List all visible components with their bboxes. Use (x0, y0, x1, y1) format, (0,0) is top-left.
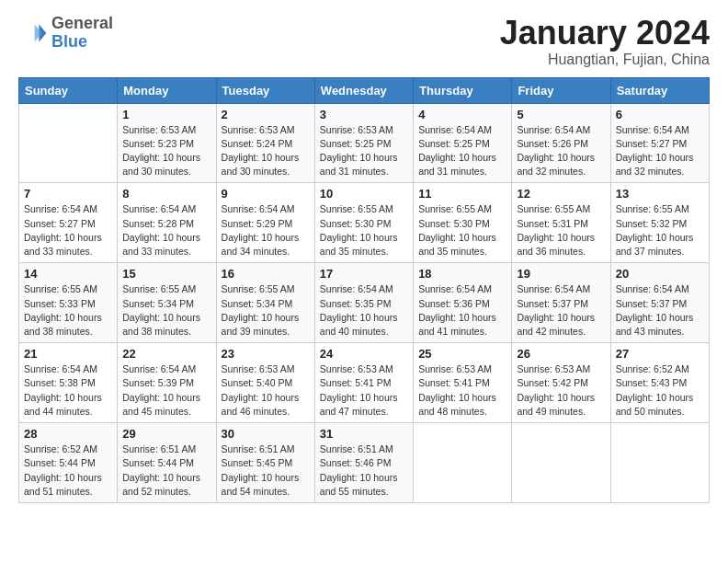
day-number: 14 (24, 267, 112, 281)
calendar-cell: 20Sunrise: 6:54 AM Sunset: 5:37 PM Dayli… (610, 263, 709, 343)
calendar-cell: 29Sunrise: 6:51 AM Sunset: 5:44 PM Dayli… (118, 423, 216, 503)
day-number: 7 (24, 187, 112, 201)
day-info: Sunrise: 6:54 AM Sunset: 5:26 PM Dayligh… (517, 123, 605, 179)
calendar-week-3: 14Sunrise: 6:55 AM Sunset: 5:33 PM Dayli… (19, 263, 710, 343)
calendar-cell: 31Sunrise: 6:51 AM Sunset: 5:46 PM Dayli… (314, 423, 413, 503)
day-number: 22 (122, 347, 210, 361)
calendar-cell: 26Sunrise: 6:53 AM Sunset: 5:42 PM Dayli… (512, 343, 610, 423)
calendar-cell: 11Sunrise: 6:55 AM Sunset: 5:30 PM Dayli… (414, 183, 512, 263)
calendar-week-5: 28Sunrise: 6:52 AM Sunset: 5:44 PM Dayli… (19, 423, 710, 503)
calendar-cell (414, 423, 512, 503)
header-row: Sunday Monday Tuesday Wednesday Thursday… (19, 77, 710, 103)
calendar-week-1: 1Sunrise: 6:53 AM Sunset: 5:23 PM Daylig… (19, 103, 710, 183)
col-sunday: Sunday (19, 77, 118, 103)
calendar-cell: 1Sunrise: 6:53 AM Sunset: 5:23 PM Daylig… (118, 103, 216, 183)
col-tuesday: Tuesday (216, 77, 314, 103)
day-number: 8 (122, 187, 210, 201)
calendar-cell (610, 423, 709, 503)
calendar-cell: 8Sunrise: 6:54 AM Sunset: 5:28 PM Daylig… (118, 183, 216, 263)
day-number: 5 (517, 108, 605, 121)
day-info: Sunrise: 6:54 AM Sunset: 5:36 PM Dayligh… (418, 282, 506, 339)
day-number: 12 (517, 187, 605, 201)
day-number: 6 (616, 108, 704, 121)
day-number: 18 (418, 267, 506, 281)
day-number: 17 (320, 267, 408, 281)
title-section: January 2024 Huangtian, Fujian, China (500, 15, 710, 68)
day-info: Sunrise: 6:54 AM Sunset: 5:29 PM Dayligh… (222, 202, 310, 259)
day-number: 24 (320, 347, 408, 361)
day-info: Sunrise: 6:53 AM Sunset: 5:40 PM Dayligh… (222, 362, 310, 419)
col-monday: Monday (118, 77, 216, 103)
day-info: Sunrise: 6:54 AM Sunset: 5:38 PM Dayligh… (24, 362, 112, 419)
calendar-title: January 2024 (500, 15, 710, 52)
day-number: 4 (418, 108, 506, 121)
calendar-cell: 2Sunrise: 6:53 AM Sunset: 5:24 PM Daylig… (216, 103, 314, 183)
calendar-cell: 9Sunrise: 6:54 AM Sunset: 5:29 PM Daylig… (216, 183, 314, 263)
day-info: Sunrise: 6:53 AM Sunset: 5:25 PM Dayligh… (320, 123, 408, 179)
calendar-cell: 19Sunrise: 6:54 AM Sunset: 5:37 PM Dayli… (512, 263, 610, 343)
day-info: Sunrise: 6:55 AM Sunset: 5:30 PM Dayligh… (418, 202, 506, 259)
calendar-cell: 30Sunrise: 6:51 AM Sunset: 5:45 PM Dayli… (216, 423, 314, 503)
calendar-cell: 23Sunrise: 6:53 AM Sunset: 5:40 PM Dayli… (216, 343, 314, 423)
day-number: 3 (320, 108, 408, 121)
calendar-cell: 14Sunrise: 6:55 AM Sunset: 5:33 PM Dayli… (19, 263, 118, 343)
day-number: 13 (616, 187, 704, 201)
day-info: Sunrise: 6:51 AM Sunset: 5:46 PM Dayligh… (320, 442, 408, 499)
calendar-cell: 18Sunrise: 6:54 AM Sunset: 5:36 PM Dayli… (414, 263, 512, 343)
calendar-cell: 10Sunrise: 6:55 AM Sunset: 5:30 PM Dayli… (314, 183, 413, 263)
day-number: 9 (222, 187, 310, 201)
day-info: Sunrise: 6:55 AM Sunset: 5:30 PM Dayligh… (320, 202, 408, 259)
day-info: Sunrise: 6:55 AM Sunset: 5:34 PM Dayligh… (122, 282, 210, 339)
day-info: Sunrise: 6:54 AM Sunset: 5:35 PM Dayligh… (320, 282, 408, 339)
day-info: Sunrise: 6:54 AM Sunset: 5:37 PM Dayligh… (616, 282, 704, 339)
day-number: 27 (616, 347, 704, 361)
col-saturday: Saturday (610, 77, 709, 103)
calendar-cell: 25Sunrise: 6:53 AM Sunset: 5:41 PM Dayli… (414, 343, 512, 423)
day-info: Sunrise: 6:52 AM Sunset: 5:43 PM Dayligh… (616, 362, 704, 419)
day-number: 30 (222, 427, 310, 441)
calendar-cell: 12Sunrise: 6:55 AM Sunset: 5:31 PM Dayli… (512, 183, 610, 263)
day-info: Sunrise: 6:55 AM Sunset: 5:32 PM Dayligh… (616, 202, 704, 259)
day-info: Sunrise: 6:54 AM Sunset: 5:28 PM Dayligh… (122, 202, 210, 259)
logo: General Blue (18, 15, 113, 52)
calendar-table: Sunday Monday Tuesday Wednesday Thursday… (18, 77, 710, 503)
calendar-cell (512, 423, 610, 503)
day-number: 26 (517, 347, 605, 361)
logo-blue-text: Blue (51, 32, 87, 51)
calendar-week-2: 7Sunrise: 6:54 AM Sunset: 5:27 PM Daylig… (19, 183, 710, 263)
day-info: Sunrise: 6:54 AM Sunset: 5:37 PM Dayligh… (517, 282, 605, 339)
day-info: Sunrise: 6:54 AM Sunset: 5:27 PM Dayligh… (24, 202, 112, 259)
day-number: 25 (418, 347, 506, 361)
calendar-location: Huangtian, Fujian, China (500, 52, 710, 68)
day-number: 21 (24, 347, 112, 361)
calendar-cell: 15Sunrise: 6:55 AM Sunset: 5:34 PM Dayli… (118, 263, 216, 343)
calendar-cell: 3Sunrise: 6:53 AM Sunset: 5:25 PM Daylig… (314, 103, 413, 183)
calendar-cell: 28Sunrise: 6:52 AM Sunset: 5:44 PM Dayli… (19, 423, 118, 503)
calendar-cell: 22Sunrise: 6:54 AM Sunset: 5:39 PM Dayli… (118, 343, 216, 423)
day-number: 10 (320, 187, 408, 201)
logo-icon (18, 18, 48, 48)
day-info: Sunrise: 6:53 AM Sunset: 5:24 PM Dayligh… (222, 123, 310, 179)
col-friday: Friday (512, 77, 610, 103)
calendar-cell: 17Sunrise: 6:54 AM Sunset: 5:35 PM Dayli… (314, 263, 413, 343)
day-number: 16 (222, 267, 310, 281)
day-info: Sunrise: 6:54 AM Sunset: 5:25 PM Dayligh… (418, 123, 506, 179)
day-number: 19 (517, 267, 605, 281)
day-info: Sunrise: 6:55 AM Sunset: 5:31 PM Dayligh… (517, 202, 605, 259)
day-info: Sunrise: 6:51 AM Sunset: 5:45 PM Dayligh… (222, 442, 310, 499)
calendar-cell: 21Sunrise: 6:54 AM Sunset: 5:38 PM Dayli… (19, 343, 118, 423)
header: General Blue January 2024 Huangtian, Fuj… (18, 15, 710, 68)
day-number: 23 (222, 347, 310, 361)
calendar-page: General Blue January 2024 Huangtian, Fuj… (0, 0, 728, 522)
day-number: 29 (122, 427, 210, 441)
calendar-cell: 13Sunrise: 6:55 AM Sunset: 5:32 PM Dayli… (610, 183, 709, 263)
calendar-cell: 27Sunrise: 6:52 AM Sunset: 5:43 PM Dayli… (610, 343, 709, 423)
col-thursday: Thursday (414, 77, 512, 103)
day-number: 1 (122, 108, 210, 121)
day-info: Sunrise: 6:53 AM Sunset: 5:42 PM Dayligh… (517, 362, 605, 419)
logo-general-text: General (51, 14, 113, 32)
col-wednesday: Wednesday (314, 77, 413, 103)
day-info: Sunrise: 6:54 AM Sunset: 5:39 PM Dayligh… (122, 362, 210, 419)
day-info: Sunrise: 6:54 AM Sunset: 5:27 PM Dayligh… (616, 123, 704, 179)
day-number: 15 (122, 267, 210, 281)
